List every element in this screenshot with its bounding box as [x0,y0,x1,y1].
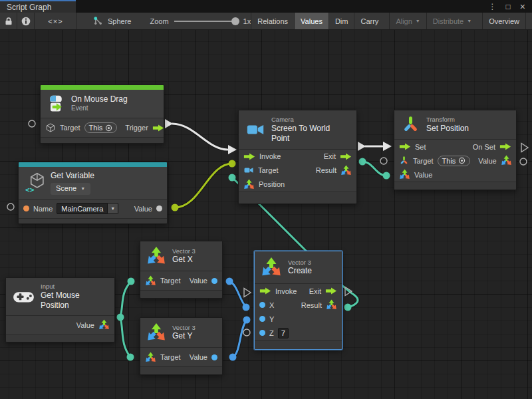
variable-scope-dropdown[interactable]: Scene ▼ [51,183,90,195]
on-set-flow-port[interactable] [499,143,511,150]
port-label-value: Value [76,321,94,329]
port-label-on-set: On Set [473,143,495,151]
port-label-value-out: Value [478,157,496,165]
node-set-position[interactable]: Transform Set Position Set On Set Target [394,110,517,190]
port-label-invoke: Invoke [275,287,297,295]
wire-trigger-to-invoke[interactable] [172,124,227,150]
node-get-y[interactable]: Vector 3 Get Y Target Value [140,317,223,375]
node-get-x[interactable]: Vector 3 Get X Target Value [140,241,223,299]
values-button[interactable]: Values [294,13,329,29]
camera-port-icon[interactable] [243,165,254,176]
exit-flow-port[interactable] [325,287,337,295]
node-title: Create [288,266,312,276]
node-on-mouse-drag[interactable]: On Mouse Drag Event Target This Trigger [40,84,164,144]
graph-name: Sphere [108,17,131,25]
z-port[interactable] [259,330,265,336]
overview-button[interactable]: Overview [482,13,525,29]
port-label-result: Result [316,166,336,174]
invoke-flow-port[interactable] [259,287,271,295]
port-label-value: Value [190,277,207,285]
object-picker-icon [458,157,466,164]
node-vector3-create[interactable]: Vector 3 Create Invoke Exit X Result [254,251,342,350]
code-view-button[interactable]: <×> [35,13,77,29]
wire-dot [229,174,236,182]
transform-port-icon[interactable] [399,156,409,166]
lock-button[interactable] [0,13,17,29]
graph-canvas[interactable]: On Mouse Drag Event Target This Trigger [0,30,532,399]
graph-breadcrumb[interactable]: Sphere [93,13,131,29]
node-category: Transform [426,116,469,124]
vector3-port-icon[interactable] [98,319,110,331]
vector3-port-icon[interactable] [399,169,410,180]
node-title: Get X [172,255,196,265]
camera-icon [245,120,265,140]
port-label-x: X [269,301,274,309]
invoke-flow-port[interactable] [243,153,255,160]
zoom-slider[interactable] [174,17,238,26]
relations-button[interactable]: Relations [251,13,294,29]
port-label-target: Target [160,353,181,361]
variable-name-field[interactable]: MainCamera ▼ [57,203,118,214]
wire-dot [359,158,366,166]
zoom-slider-handle[interactable] [231,17,239,25]
node-category: Camera [271,116,350,124]
variable-dropdown-button[interactable]: ▼ [108,203,118,214]
x-port[interactable] [259,302,265,308]
y-port[interactable] [259,316,265,322]
distribute-button[interactable]: Distribute ▼ [426,13,477,29]
target-this-chip[interactable]: This [438,156,471,166]
z-value-field[interactable]: 7 [278,328,289,338]
mouse-drag-icon [47,94,65,114]
port-label-target: Target [160,277,181,285]
wire-end-arrow [228,145,237,154]
wire-dot [172,204,179,211]
vector3-port-icon[interactable] [145,275,156,287]
full-screen-button[interactable]: Full Screen [525,13,532,29]
carry-button[interactable]: Carry [354,13,384,29]
vector3-port-icon[interactable] [501,155,512,166]
node-title: Get Y [172,331,196,341]
port-label-invoke: Invoke [259,152,281,160]
wire-dot [117,314,124,321]
variable-accent-bar [19,162,167,167]
set-flow-port[interactable] [399,143,411,150]
value-port[interactable] [211,278,217,284]
node-get-mouse-position[interactable]: Input Get Mouse Position Value [5,277,115,342]
node-category: Input [41,283,108,291]
vector3-port-icon[interactable] [145,352,156,363]
lock-icon [4,17,13,26]
target-this-chip[interactable]: This [84,122,118,133]
vector3-port-icon[interactable] [243,179,255,190]
wire-variable-to-target[interactable] [175,164,232,207]
wire-dot [128,278,135,285]
trigger-flow-port[interactable] [152,124,164,132]
maximize-icon[interactable]: □ [506,3,511,11]
zoom-slider-track [174,21,238,22]
tab-script-graph[interactable]: Script Graph [0,0,76,13]
info-button[interactable] [17,13,35,29]
vector3-port-icon[interactable] [326,299,337,311]
name-port[interactable] [23,205,29,211]
wire-gety-to-y[interactable] [233,320,247,357]
port-label-target: Target [258,166,279,174]
port-label-result: Result [301,301,322,309]
align-button[interactable]: Align ▼ [389,13,426,29]
port-label-set: Set [415,143,426,151]
close-icon[interactable]: × [520,2,525,11]
dim-button[interactable]: Dim [329,13,354,29]
exit-flow-port[interactable] [340,153,352,160]
port-label-exit: Exit [309,287,321,295]
value-port[interactable] [211,354,217,360]
vector3-port-icon[interactable] [340,165,352,176]
chevron-down-icon: ▼ [467,19,471,23]
tab-title: Script Graph [7,3,51,12]
node-screen-to-world-point[interactable]: Camera Screen To World Point Invoke Exit… [238,110,357,204]
chevron-down-icon: ▼ [416,19,420,23]
port-label-target: Target [60,124,80,132]
wire-dot [229,160,236,168]
node-get-variable[interactable]: <> Get Variable Scene ▼ Name MainCamera … [18,162,168,224]
wire-start-arrow [165,119,173,128]
chevron-down-icon: ▼ [80,186,85,192]
window-menu-icon[interactable]: ⋮ [489,3,497,11]
value-port[interactable] [156,205,162,211]
